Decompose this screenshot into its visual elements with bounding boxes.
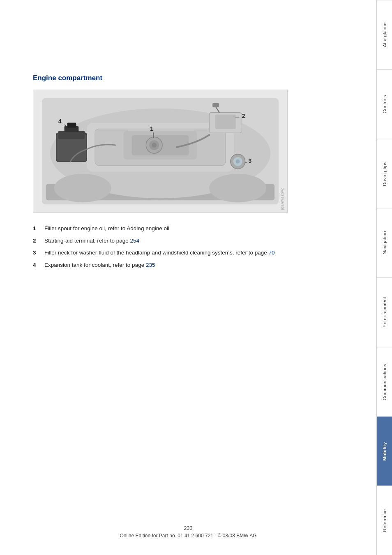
link-235[interactable]: 235: [146, 262, 155, 268]
tab-label: Communications: [382, 363, 387, 400]
svg-point-23: [236, 160, 240, 164]
svg-rect-11: [58, 131, 85, 139]
tab-label: Controls: [382, 95, 387, 113]
tab-label: Entertainment: [382, 297, 387, 328]
item-text-2: Starting-aid terminal, refer to page 254: [44, 237, 356, 245]
sidebar: At a glance Controls Driving tips Naviga…: [376, 0, 392, 555]
item-text-3: Filler neck for washer fluid of the head…: [44, 249, 356, 257]
item-number-3: 3: [33, 249, 44, 257]
svg-point-5: [209, 174, 266, 203]
svg-rect-17: [212, 103, 219, 107]
image-copyright: 0WC3-1W0VS0E: [281, 188, 284, 210]
tab-communications[interactable]: Communications: [377, 347, 392, 416]
tab-label: Navigation: [382, 231, 387, 255]
svg-text:4: 4: [58, 118, 62, 125]
engine-image: 1 2 3 4 0WC3-1W0VS0E 0WC3-1W0VS0E: [33, 90, 288, 213]
list-item: 1 Filler spout for engine oil, refer to …: [33, 224, 356, 233]
svg-rect-15: [215, 115, 236, 129]
link-70[interactable]: 70: [269, 250, 275, 256]
tab-navigation[interactable]: Navigation: [377, 208, 392, 278]
svg-point-20: [152, 143, 157, 148]
tab-controls[interactable]: Controls: [377, 69, 392, 139]
link-254[interactable]: 254: [130, 238, 140, 244]
svg-text:1: 1: [150, 125, 153, 132]
tab-at-a-glance[interactable]: At a glance: [377, 0, 392, 69]
item-list: 1 Filler spout for engine oil, refer to …: [33, 224, 356, 269]
main-content: Engine compartment: [0, 0, 376, 555]
tab-mobility[interactable]: Mobility: [377, 416, 392, 486]
tab-label: Mobility: [382, 442, 387, 460]
list-item: 4 Expansion tank for coolant, refer to p…: [33, 261, 356, 269]
tab-label: Driving tips: [382, 162, 387, 186]
item-number-2: 2: [33, 237, 44, 245]
item-number-1: 1: [33, 224, 44, 233]
section-heading: Engine compartment: [33, 74, 356, 82]
item-text-4: Expansion tank for coolant, refer to pag…: [44, 261, 356, 269]
list-item: 3 Filler neck for washer fluid of the he…: [33, 249, 356, 257]
list-item: 2 Starting-aid terminal, refer to page 2…: [33, 237, 356, 245]
tab-label: Reference: [382, 509, 387, 532]
engine-svg: 1 2 3 4 0WC3-1W0VS0E: [33, 90, 287, 213]
svg-text:2: 2: [242, 113, 245, 119]
tab-driving-tips[interactable]: Driving tips: [377, 139, 392, 208]
tab-label: At a glance: [382, 23, 387, 47]
item-number-4: 4: [33, 261, 44, 269]
tab-entertainment[interactable]: Entertainment: [377, 278, 392, 347]
footer: 233 Online Edition for Part no. 01 41 2 …: [0, 525, 376, 539]
tab-reference[interactable]: Reference: [377, 486, 392, 555]
page-number: 233: [0, 525, 376, 531]
item-text-1: Filler spout for engine oil, refer to Ad…: [44, 224, 356, 233]
svg-rect-13: [67, 123, 76, 127]
svg-text:3: 3: [249, 157, 252, 164]
svg-point-4: [54, 174, 111, 203]
footer-text: Online Edition for Part no. 01 41 2 600 …: [0, 533, 376, 539]
